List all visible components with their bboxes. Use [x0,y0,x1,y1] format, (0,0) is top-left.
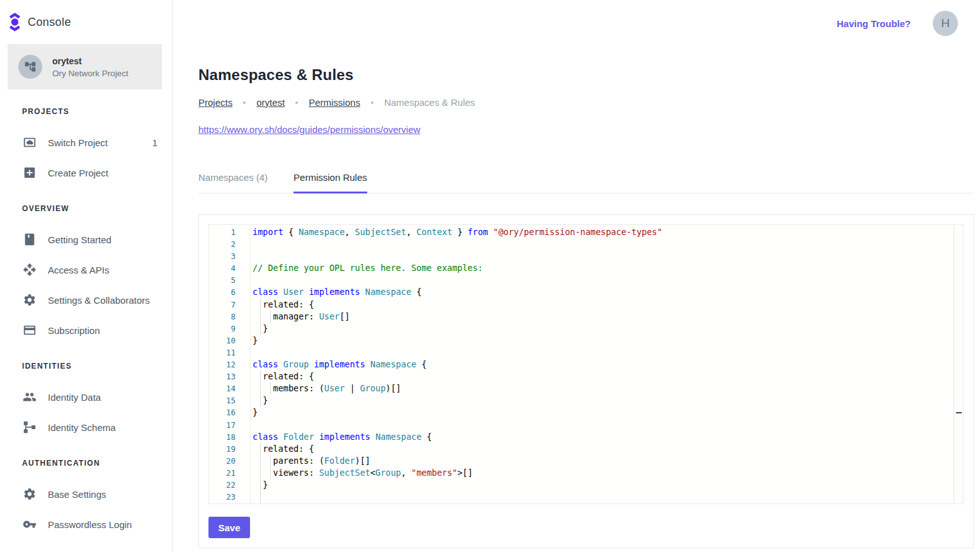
token-plain: manager: [253,311,319,321]
token-keyword: implements [309,287,360,297]
indent-guide [260,299,261,311]
tab-permission-rules[interactable]: Permission Rules [293,172,367,193]
editor-scrollbar[interactable] [954,225,963,503]
sidebar-item-identity-data[interactable]: Identity Data [0,382,172,412]
token-plain: permits = { [253,503,319,504]
code-line-text: import { Namespace, SubjectSet, Context … [236,226,662,238]
line-number: 21 [209,467,236,479]
project-meta: orytest Ory Network Project [52,56,128,78]
sidebar-item-settings-collaborators[interactable]: Settings & Collaborators [0,285,172,315]
line-number: 5 [209,274,236,286]
indent-guide [260,467,261,479]
sidebar-section-authentication: AUTHENTICATIONBase SettingsPasswordless … [0,459,172,539]
sidebar-item-getting-started[interactable]: Getting Started [0,224,172,255]
code-line-text: manager: User[] [236,311,350,323]
code-line-text: related: { [236,371,314,382]
code-line-text [236,274,253,286]
token-type: Namespace [299,227,345,237]
line-number: 16 [209,406,236,418]
sidebar-item-badge: 1 [152,137,157,148]
sidebar-section-projects: PROJECTSSwitch Project1Create Project [0,107,172,188]
indent-guide [270,467,271,479]
line-number: 8 [209,311,236,323]
token-type: Folder [324,456,355,466]
line-number: 1 [209,226,236,238]
project-switcher-card[interactable]: orytest Ory Network Project [8,44,162,89]
page-title: Namespaces & Rules [198,66,974,84]
sidebar: Console orytest Ory Network Project PROJ… [0,0,173,552]
token-plain: )[] [385,383,401,393]
code-line: 7 related: { [209,299,954,311]
indent-guide [260,394,261,406]
token-plain: { [416,359,426,369]
sidebar-item-label: Create Project [48,168,157,178]
token-keyword: from [467,227,488,237]
sidebar-item-label: Base Settings [48,489,157,500]
token-plain: } [253,335,258,345]
breadcrumb-separator [295,101,298,104]
token-plain: viewers: [253,468,319,478]
token-plain: } [253,407,258,417]
indent-guide [260,323,261,335]
token-plain [278,359,283,369]
sidebar-item-subscription[interactable]: Subscription [0,315,172,345]
token-plain: < [370,468,375,478]
sidebar-item-access-apis[interactable]: Access & APIs [0,255,172,285]
tab-namespaces-4[interactable]: Namespaces (4) [198,172,268,193]
code-line-text [236,491,253,503]
settings-collaborators-icon [23,293,37,307]
code-line: 5 [209,274,954,286]
code-line: 11 [209,347,954,359]
token-plain: { [421,432,431,442]
sidebar-nav: PROJECTSSwitch Project1Create ProjectOVE… [0,107,172,539]
line-number: 12 [209,359,236,371]
token-plain: parents: ( [253,456,324,466]
logo-row: Console [0,0,172,32]
breadcrumb-permissions[interactable]: Permissions [309,97,360,108]
token-plain [314,432,319,442]
token-plain: related: { [253,299,314,309]
user-avatar[interactable]: H [933,11,958,36]
sidebar-item-create-project[interactable]: Create Project [0,158,172,188]
sidebar-item-identity-schema[interactable]: Identity Schema [0,412,172,442]
sidebar-item-label: Access & APIs [48,265,157,275]
code-editor[interactable]: 1import { Namespace, SubjectSet, Context… [208,224,964,504]
save-button[interactable]: Save [208,517,250,538]
breadcrumb: ProjectsorytestPermissionsNamespaces & R… [198,97,974,108]
code-line: 21 viewers: SubjectSet<Group, "members">… [209,467,954,479]
code-line-text: parents: (Folder)[] [236,455,370,467]
token-plain: , [406,227,416,237]
code-line: 19 related: { [209,443,954,455]
token-type: Group [375,468,401,478]
token-keyword: class [253,432,278,442]
token-type: Group [283,359,309,369]
breadcrumb-projects[interactable]: Projects [198,97,232,108]
code-line: 14 members: (User | Group)[] [209,382,954,394]
code-line: 20 parents: (Folder)[] [209,455,954,467]
sidebar-item-passwordless-login[interactable]: Passwordless Login [0,509,172,539]
token-plain: related: { [253,444,314,454]
sidebar-item-base-settings[interactable]: Base Settings [0,479,172,509]
subscription-icon [23,323,37,337]
token-type: User [324,383,345,393]
permission-rules-card: 1import { Namespace, SubjectSet, Context… [198,214,974,548]
having-trouble-link[interactable]: Having Trouble? [836,18,911,29]
code-line: 13 related: { [209,371,954,382]
sidebar-item-switch-project[interactable]: Switch Project1 [0,127,172,158]
indent-guide [260,382,261,394]
token-plain [278,432,283,442]
token-keyword: class [253,359,278,369]
code-line: 12class Group implements Namespace { [209,359,954,371]
line-number: 14 [209,382,236,394]
docs-link[interactable]: https://www.ory.sh/docs/guides/permissio… [198,124,420,135]
code-line: 15 } [209,394,954,406]
token-type: User [283,287,304,297]
token-keyword: class [253,287,278,297]
indent-guide [260,311,261,323]
breadcrumb-separator [371,101,373,104]
line-number: 11 [209,347,236,359]
token-plain: | [345,383,360,393]
sidebar-item-label: Identity Schema [48,422,157,433]
breadcrumb-orytest[interactable]: orytest [256,97,285,108]
token-plain: members: ( [253,383,324,393]
